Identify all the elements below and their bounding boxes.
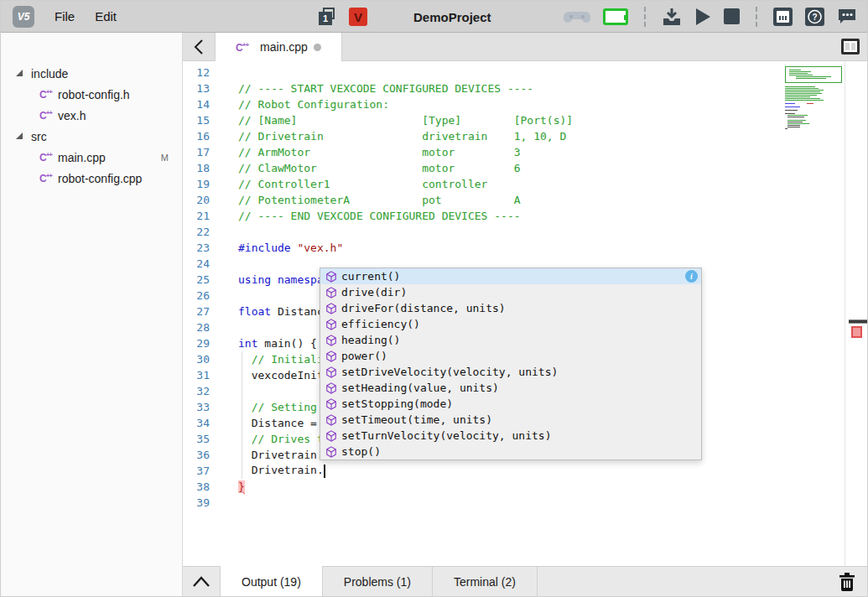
folder-disclosure-icon[interactable]: [16, 70, 23, 76]
code-line-37[interactable]: 37 Drivetrain.: [183, 463, 867, 479]
autocomplete-item-setTurnVelocity[interactable]: setTurnVelocity(velocity, units)i: [320, 428, 701, 444]
code-line-16[interactable]: 16// Drivetrain drivetrain 1, 10, D: [183, 128, 867, 144]
scrollbar-thumb[interactable]: [849, 319, 867, 324]
tab-main-cpp[interactable]: C++ main.cpp: [215, 33, 342, 61]
tree-file-main.cpp[interactable]: C++main.cppM: [1, 147, 182, 168]
stop-icon[interactable]: [724, 8, 740, 24]
code-text: // ---- END VEXCODE CONFIGURED DEVICES -…: [238, 210, 521, 222]
line-number: 27: [183, 305, 238, 318]
panel-tab-problems[interactable]: Problems (1): [323, 567, 433, 597]
code-line-17[interactable]: 17// ArmMotor motor 3: [183, 144, 867, 160]
code-line-15[interactable]: 15// [Name] [Type] [Port(s)]: [183, 112, 867, 128]
method-cube-icon: [325, 382, 337, 394]
vexcode-logo-icon[interactable]: V: [349, 8, 367, 26]
tree-file-robot-config.cpp[interactable]: C++robot-config.cpp: [1, 168, 182, 189]
minimap[interactable]: [782, 63, 845, 133]
line-number: 19: [183, 178, 238, 190]
code-text: }: [238, 480, 245, 493]
help-icon[interactable]: ?: [805, 8, 824, 26]
code-line-39[interactable]: 39: [183, 495, 867, 511]
line-number: 21: [183, 210, 238, 222]
tree-folder-include[interactable]: include: [1, 63, 182, 84]
autocomplete-label: driveFor(distance, units): [341, 302, 506, 314]
tree-folder-src[interactable]: src: [1, 126, 182, 147]
autocomplete-item-setTimeout[interactable]: setTimeout(time, units)i: [320, 412, 701, 428]
download-icon[interactable]: [662, 8, 682, 26]
error-marker: [851, 326, 862, 338]
method-cube-icon: [325, 319, 337, 330]
tree-file-robot-config.h[interactable]: C++robot-config.h: [1, 84, 182, 105]
autocomplete-item-stop[interactable]: stop()i: [320, 444, 701, 459]
code-line-22[interactable]: 22: [183, 224, 867, 240]
autocomplete-item-driveFor[interactable]: driveFor(distance, units)i: [320, 300, 701, 316]
autocomplete-item-drive[interactable]: drive(dir)i: [320, 284, 701, 300]
autocomplete-item-setDriveVelocity[interactable]: setDriveVelocity(velocity, units)i: [320, 364, 701, 380]
controller-icon[interactable]: [564, 8, 590, 25]
overview-ruler[interactable]: [845, 61, 867, 566]
brain-icon[interactable]: [603, 8, 628, 25]
editor-tab-bar: C++ main.cpp: [183, 33, 867, 61]
code-line-18[interactable]: 18// ClawMotor motor 6: [183, 160, 867, 176]
code-text: // ArmMotor motor 3: [238, 146, 521, 158]
project-name[interactable]: DemoProject: [413, 10, 491, 24]
tree-file-vex.h[interactable]: C++vex.h: [1, 105, 182, 126]
back-button[interactable]: [183, 33, 215, 60]
modified-dot: [314, 44, 321, 51]
code-line-12[interactable]: 12: [183, 65, 867, 80]
code-line-14[interactable]: 14// Robot Configuration:: [183, 96, 867, 112]
autocomplete-item-efficiency[interactable]: efficiency()i: [320, 316, 701, 332]
tree-item-label: main.cpp: [58, 151, 106, 164]
line-number: 16: [183, 130, 238, 143]
feedback-icon[interactable]: [837, 8, 857, 26]
tree-item-label: robot-config.cpp: [58, 172, 142, 185]
code-line-20[interactable]: 20// PotentiometerA pot A: [183, 192, 867, 208]
toolbar-divider: [756, 7, 757, 27]
code-line-13[interactable]: 13// ---- START VEXCODE CONFIGURED DEVIC…: [183, 80, 867, 96]
autocomplete-item-setStopping[interactable]: setStopping(mode)i: [320, 396, 701, 412]
tree-item-label: src: [31, 130, 47, 143]
autocomplete-item-heading[interactable]: heading()i: [320, 332, 701, 348]
method-cube-icon: [325, 335, 337, 346]
autocomplete-item-setHeading[interactable]: setHeading(value, units)i: [320, 380, 701, 396]
autocomplete-item-current[interactable]: current()i: [320, 268, 701, 284]
indent-guide: [242, 351, 242, 479]
collapse-panel-button[interactable]: [183, 567, 220, 597]
line-number: 39: [183, 496, 238, 509]
autocomplete-label: setStopping(mode): [341, 397, 453, 410]
folder-disclosure-icon[interactable]: [16, 132, 23, 139]
v5-logo-icon[interactable]: V5: [13, 6, 34, 28]
method-cube-icon: [325, 366, 337, 378]
autocomplete-item-power[interactable]: power()i: [320, 348, 701, 364]
menu-file[interactable]: File: [55, 9, 75, 23]
line-number: 31: [183, 369, 238, 382]
line-number: 25: [183, 273, 238, 286]
panel-tab-terminal[interactable]: Terminal (2): [433, 567, 538, 597]
code-line-21[interactable]: 21// ---- END VEXCODE CONFIGURED DEVICES…: [183, 208, 867, 224]
info-icon[interactable]: i: [685, 270, 698, 283]
slot-icon[interactable]: 1: [318, 7, 338, 27]
text-cursor: [324, 465, 325, 478]
line-number: 37: [183, 465, 238, 477]
clear-console-button[interactable]: [827, 567, 867, 597]
line-number: 12: [183, 66, 238, 79]
trash-icon: [839, 573, 855, 591]
code-line-23[interactable]: 23#include "vex.h": [183, 240, 867, 256]
split-editor-button[interactable]: [834, 33, 867, 60]
code-editor[interactable]: 1213// ---- START VEXCODE CONFIGURED DEV…: [183, 61, 867, 566]
autocomplete-label: current(): [341, 270, 400, 283]
code-text: int main() {: [238, 337, 317, 350]
menu-edit[interactable]: Edit: [95, 9, 117, 23]
panel-tab-output[interactable]: Output (19): [220, 566, 323, 597]
autocomplete-label: power(): [341, 350, 387, 362]
method-cube-icon: [325, 287, 337, 298]
code-line-19[interactable]: 19// Controller1 controller: [183, 176, 867, 192]
code-line-38[interactable]: 38}: [183, 479, 867, 495]
play-icon[interactable]: [694, 8, 711, 26]
line-number: 33: [183, 401, 238, 413]
bottom-panel: Output (19)Problems (1)Terminal (2): [183, 566, 867, 597]
line-number: 13: [183, 82, 238, 95]
tree-item-label: vex.h: [58, 109, 86, 122]
line-number: 24: [183, 257, 238, 270]
split-editor-icon: [841, 39, 860, 55]
print-console-icon[interactable]: [773, 8, 793, 26]
